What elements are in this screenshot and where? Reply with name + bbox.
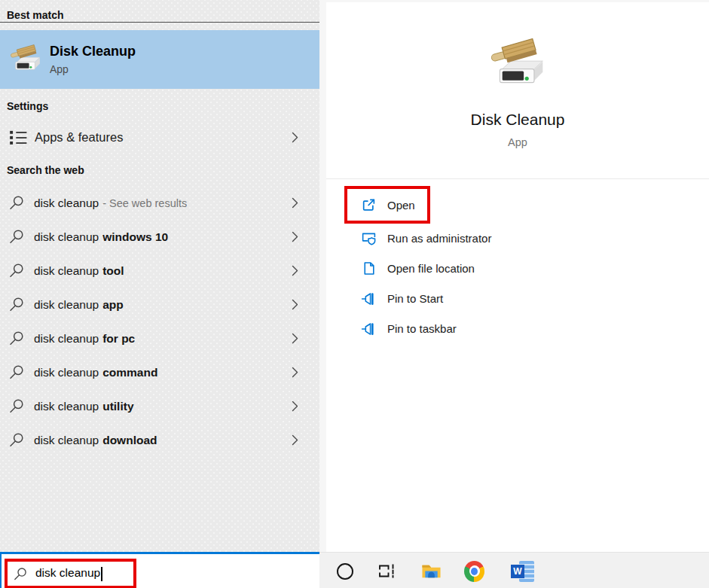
suggestion-query: disk cleanup	[34, 366, 99, 379]
suggestion-completion: windows 10	[102, 230, 168, 244]
suggestion-completion: for pc	[102, 332, 135, 346]
suggestion-completion: download	[102, 434, 157, 447]
web-suggestion-row[interactable]: disk cleanupwindows 10	[0, 220, 319, 254]
task-view-button[interactable]	[377, 561, 397, 581]
search-icon	[9, 263, 25, 279]
best-match-divider	[0, 22, 319, 23]
web-suggestion-row[interactable]: disk cleanupapp	[0, 288, 319, 321]
chevron-right-icon[interactable]	[292, 197, 298, 209]
web-suggestion-row[interactable]: disk cleanuputility	[0, 389, 319, 423]
search-web-header: Search the web	[7, 164, 84, 176]
cortana-icon	[337, 563, 353, 580]
chevron-right-icon[interactable]	[292, 265, 298, 276]
suggestion-query: disk cleanup	[34, 298, 99, 312]
action-label: Open file location	[387, 262, 475, 275]
suggestion-note: - See web results	[102, 197, 187, 209]
settings-item-apps-features[interactable]: Apps & features	[0, 119, 319, 155]
cortana-button[interactable]	[335, 561, 355, 581]
search-icon	[9, 364, 25, 380]
file-explorer-button[interactable]	[421, 561, 442, 581]
suggestion-completion: utility	[102, 400, 133, 413]
panel-divider	[326, 178, 709, 179]
settings-header: Settings	[7, 100, 48, 112]
text-caret	[101, 567, 102, 581]
search-icon	[14, 567, 28, 581]
search-results-panel: Best match Disk Cleanup App Settings App…	[0, 0, 319, 552]
chevron-right-icon[interactable]	[292, 231, 298, 242]
best-match-subtitle: App	[50, 63, 136, 75]
best-match-result-disk-cleanup[interactable]: Disk Cleanup App	[0, 30, 319, 89]
web-suggestion-row[interactable]: disk cleanuptool	[0, 254, 319, 288]
taskbar: W	[319, 552, 709, 588]
word-letter-tile: W	[511, 565, 524, 578]
taskbar-search-box[interactable]: disk cleanup	[0, 552, 319, 588]
action-open[interactable]: Open	[326, 190, 709, 220]
search-icon	[9, 398, 25, 414]
suggestion-query: disk cleanup	[34, 434, 99, 447]
chevron-right-icon[interactable]	[292, 367, 298, 378]
action-label: Run as administrator	[387, 232, 491, 245]
search-input[interactable]: disk cleanup	[8, 562, 133, 586]
best-match-title: Disk Cleanup	[50, 44, 136, 59]
word-button[interactable]: W	[511, 561, 531, 581]
suggestion-completion: command	[102, 366, 157, 379]
suggestion-query: disk cleanup	[34, 197, 99, 210]
chevron-right-icon[interactable]	[292, 434, 298, 446]
web-suggestion-row[interactable]: disk cleanupfor pc	[0, 321, 319, 355]
pin-icon	[361, 291, 377, 306]
disk-cleanup-icon-large	[488, 35, 547, 94]
web-suggestion-row[interactable]: disk cleanupcommand	[0, 355, 319, 389]
app-title: Disk Cleanup	[326, 111, 709, 129]
settings-item-label: Apps & features	[35, 130, 292, 145]
admin-shield-icon	[361, 230, 377, 246]
action-label: Pin to Start	[387, 292, 443, 305]
search-icon	[9, 331, 25, 346]
word-icon: W	[511, 561, 531, 582]
file-explorer-icon	[421, 562, 442, 580]
app-subtitle: App	[326, 136, 709, 148]
disk-cleanup-icon	[9, 43, 42, 76]
action-pin-to-taskbar[interactable]: Pin to taskbar	[326, 313, 709, 343]
list-icon	[8, 127, 28, 147]
search-icon	[9, 195, 25, 211]
action-label: Pin to taskbar	[387, 322, 457, 335]
chevron-right-icon[interactable]	[292, 401, 298, 412]
chevron-right-icon[interactable]	[292, 333, 298, 344]
suggestion-completion: tool	[102, 264, 124, 278]
action-label: Open	[387, 199, 415, 212]
action-run-as-administrator[interactable]: Run as administrator	[326, 223, 709, 253]
chevron-right-icon[interactable]	[292, 299, 298, 310]
task-view-icon	[377, 562, 397, 580]
file-location-icon	[361, 260, 377, 276]
result-detail-panel: Disk Cleanup App Open Run as administrat…	[319, 0, 709, 552]
search-icon	[9, 229, 25, 245]
suggestion-query: disk cleanup	[34, 230, 99, 244]
suggestion-query: disk cleanup	[34, 264, 99, 278]
suggestion-completion: app	[102, 298, 124, 312]
search-value-text: disk cleanup	[35, 566, 100, 579]
search-icon	[9, 297, 25, 312]
action-open-file-location[interactable]: Open file location	[326, 253, 709, 283]
suggestion-query: disk cleanup	[34, 332, 99, 346]
launch-icon	[361, 197, 377, 213]
chrome-icon	[464, 561, 484, 582]
search-icon	[9, 432, 25, 448]
web-suggestion-row[interactable]: disk cleanupdownload	[0, 423, 319, 457]
action-pin-to-start[interactable]: Pin to Start	[326, 283, 709, 313]
best-match-header: Best match	[7, 9, 63, 21]
pin-icon	[361, 321, 377, 337]
chrome-button[interactable]	[464, 561, 484, 581]
windows-search-flyout: Best match Disk Cleanup App Settings App…	[0, 0, 709, 588]
suggestion-query: disk cleanup	[34, 400, 99, 413]
chevron-right-icon[interactable]	[292, 132, 298, 143]
web-suggestion-row[interactable]: disk cleanup- See web results	[0, 186, 319, 220]
annotation-box-search: disk cleanup	[5, 559, 136, 588]
